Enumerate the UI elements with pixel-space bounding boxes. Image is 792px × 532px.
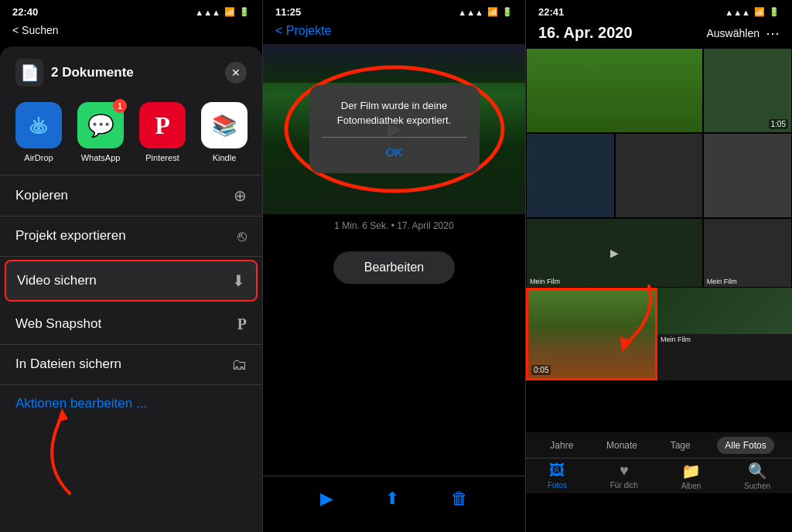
grid-row-2	[526, 133, 792, 218]
app-item-whatsapp[interactable]: 💬 1 WhatsApp	[77, 102, 124, 162]
grid-cell-1b[interactable]: 1:05	[703, 48, 792, 133]
ellipsis-icon[interactable]: ⋯	[766, 25, 780, 42]
share-title: 📄 2 Dokumente	[15, 59, 134, 87]
grid-cell-tractor[interactable]	[526, 48, 703, 133]
status-icons-2: ▲▲▲ 📶 🔋	[458, 7, 513, 17]
back-bar-1[interactable]: < Suchen	[0, 21, 262, 43]
tab-suchen[interactable]: 🔍 Suchen	[744, 462, 770, 490]
wifi-icon-2: 📶	[487, 7, 498, 17]
doc-count: 2 Dokumente	[51, 65, 134, 80]
duration-badge-small: 0:05	[531, 365, 551, 375]
menu-web-snapshot[interactable]: Web Snapshot P	[0, 305, 262, 345]
app-item-kindle[interactable]: 📚 Kindle	[201, 102, 248, 162]
photos-select: Auswählen ⋯	[707, 25, 780, 42]
grid-cell-highlighted[interactable]: 0:05	[526, 288, 657, 380]
edit-button[interactable]: Bearbeiten	[333, 251, 455, 284]
dialog-ok-button[interactable]: OK	[386, 145, 403, 159]
menu-kopieren[interactable]: Kopieren ⊕	[0, 176, 262, 217]
video-meta: 1 Min. 6 Sek. • 17. April 2020	[263, 214, 525, 237]
time-2: 11:25	[275, 6, 301, 18]
grid-cell-3b[interactable]: Mein Film	[703, 218, 792, 288]
share-icon-toolbar[interactable]: ⬆	[385, 489, 399, 509]
battery-icon-2: 🔋	[502, 7, 513, 17]
menu-aktionen[interactable]: Aktionen bearbeiten ...	[0, 385, 262, 422]
airdrop-icon	[15, 102, 62, 148]
close-icon: ✕	[231, 66, 241, 79]
signal-icon-3: ▲▲▲	[725, 8, 750, 17]
status-icons-1: ▲▲▲ 📶 🔋	[195, 7, 250, 17]
grid-cell-2a[interactable]	[526, 133, 615, 218]
filter-jahre[interactable]: Jahre	[544, 437, 579, 454]
video-preview: ▶ Der Film wurde in deine Fotomediathek …	[263, 44, 525, 214]
status-icons-3: ▲▲▲ 📶 🔋	[725, 7, 780, 17]
status-bar-2: 11:25 ▲▲▲ 📶 🔋	[263, 0, 525, 21]
nav-bar-2[interactable]: < Projekte	[263, 21, 525, 44]
fuer-dich-icon: ♥	[620, 462, 629, 479]
edit-button-wrap[interactable]: Bearbeiten	[263, 245, 525, 290]
menu-in-dateien[interactable]: In Dateien sichern 🗂	[0, 345, 262, 385]
bottom-toolbar-2: ▶ ⬆ 🗑	[263, 476, 525, 532]
time-1: 22:40	[12, 6, 38, 18]
airdrop-label: AirDrop	[24, 153, 53, 162]
kindle-icon: 📚	[201, 102, 248, 148]
share-sheet: 📄 2 Dokumente ✕	[0, 46, 262, 532]
time-3: 22:41	[538, 6, 564, 18]
status-bar-3: 22:41 ▲▲▲ 📶 🔋	[526, 0, 792, 21]
battery-icon: 🔋	[239, 7, 250, 17]
dialog-text: Der Film wurde in deine Fotomediathek ex…	[322, 99, 467, 128]
filter-monate[interactable]: Monate	[600, 437, 644, 454]
grid-row-3: Mein Film ▶ Mein Film	[526, 218, 792, 288]
pinterest-label: Pinterest	[145, 153, 179, 162]
apps-row: AirDrop 💬 1 WhatsApp P Pinterest	[0, 96, 262, 175]
grid-cell-2c[interactable]	[703, 133, 792, 218]
whatsapp-label: WhatsApp	[81, 153, 121, 162]
menu-video-sichern[interactable]: Video sichern ⬇	[5, 260, 258, 302]
grid-cell-4b[interactable]	[657, 288, 792, 334]
app-item-airdrop[interactable]: AirDrop	[15, 102, 62, 162]
photos-grid: 1:05 Mein Film ▶ Mein Film	[526, 48, 792, 380]
web-icon: P	[237, 315, 247, 333]
grid-cell-meinfilm-1[interactable]: Mein Film ▶	[526, 218, 703, 288]
grid-cell-2b[interactable]	[615, 133, 704, 218]
screen3-photos: 22:41 ▲▲▲ 📶 🔋 16. Apr. 2020 Auswählen ⋯	[526, 0, 792, 532]
wifi-icon-3: 📶	[754, 7, 765, 17]
screen2-imovie: 11:25 ▲▲▲ 📶 🔋 < Projekte ▶	[263, 0, 526, 532]
alben-icon: 📁	[681, 462, 701, 480]
menu-projekt-exportieren[interactable]: Projekt exportieren ⎋	[0, 217, 262, 257]
tab-alben[interactable]: 📁 Alben	[681, 462, 702, 490]
grid-cell-4c[interactable]: Mein Film	[657, 334, 792, 380]
signal-icon: ▲▲▲	[195, 8, 220, 17]
files-icon: 🗂	[231, 356, 247, 373]
save-video-icon: ⬇	[232, 271, 245, 290]
aktionen-label: Aktionen bearbeiten ...	[15, 396, 147, 411]
grid-row-4: 0:05 Mein Film Kopieren⊕ Pro	[526, 288, 792, 380]
tab-fuer-dich[interactable]: ♥ Für dich	[610, 462, 638, 490]
kindle-label: Kindle	[213, 153, 237, 162]
grid-row-1: 1:05	[526, 48, 792, 133]
screen1-sharesheet: 22:40 ▲▲▲ 📶 🔋 < Suchen 📄 2 Dokumente ✕	[0, 0, 263, 532]
trash-icon-toolbar[interactable]: 🗑	[451, 489, 468, 509]
filter-alle-fotos[interactable]: Alle Fotos	[717, 437, 773, 454]
back-label-1[interactable]: < Suchen	[12, 24, 59, 36]
fotos-icon: 🖼	[549, 462, 565, 479]
doc-icon: 📄	[15, 59, 43, 87]
filter-tage[interactable]: Tage	[664, 437, 697, 454]
filter-tabs: Jahre Monate Tage Alle Fotos	[526, 432, 792, 459]
back-label-2[interactable]: < Projekte	[275, 24, 331, 38]
nav-tabs: 🖼 Fotos ♥ Für dich 📁 Alben 🔍 Suchen	[526, 458, 792, 493]
select-label[interactable]: Auswählen	[707, 27, 760, 39]
pinterest-icon: P	[139, 102, 186, 148]
app-item-pinterest[interactable]: P Pinterest	[139, 102, 186, 162]
wifi-icon: 📶	[224, 7, 235, 17]
export-icon: ⎋	[237, 227, 247, 245]
status-bar-1: 22:40 ▲▲▲ 📶 🔋	[0, 0, 262, 21]
whatsapp-icon: 💬 1	[77, 102, 124, 148]
close-button[interactable]: ✕	[225, 62, 247, 84]
signal-icon-2: ▲▲▲	[458, 8, 483, 17]
share-header: 📄 2 Dokumente ✕	[0, 46, 262, 96]
battery-icon-3: 🔋	[769, 7, 780, 17]
photos-date: 16. Apr. 2020	[538, 24, 633, 42]
export-dialog: Der Film wurde in deine Fotomediathek ex…	[309, 85, 480, 174]
tab-fotos[interactable]: 🖼 Fotos	[548, 462, 567, 490]
play-icon-toolbar[interactable]: ▶	[320, 489, 333, 509]
